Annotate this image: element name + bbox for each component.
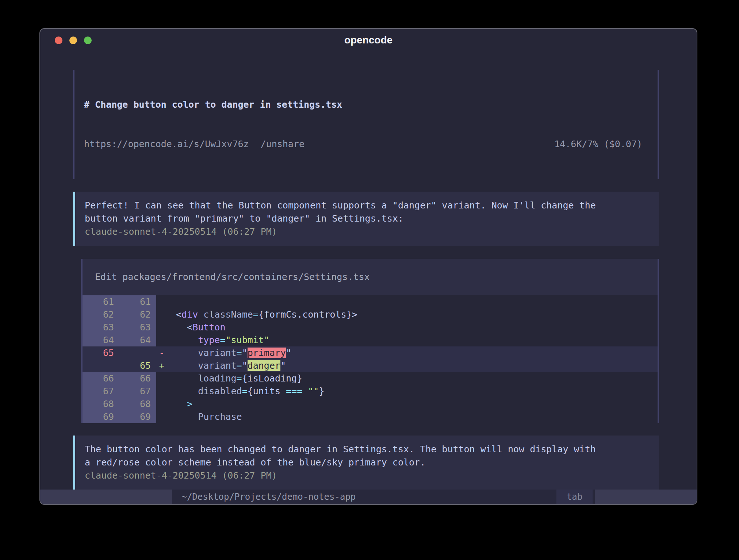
new-line-number: 68 [119, 398, 156, 410]
new-line-number: 64 [119, 334, 156, 346]
diff-marker [156, 295, 167, 308]
new-line-number: 62 [119, 308, 156, 321]
diff-row: 6161 [83, 295, 658, 308]
diff-row: 65- variant="primary" [83, 346, 658, 359]
diff-marker [156, 321, 167, 334]
code-line: variant="danger" [167, 359, 658, 372]
close-button[interactable] [55, 37, 62, 44]
code-line: > [167, 398, 658, 410]
app-window: opencode # Change button color to danger… [39, 28, 697, 505]
prompt-symbol: > [85, 505, 91, 505]
message-line: button variant from "primary" to "danger… [85, 212, 650, 225]
diff-row: 6868 > [83, 398, 658, 410]
tab-key-hint: tab [556, 490, 593, 504]
app-version-chip: opencodev0.3.11 [40, 490, 172, 504]
new-line-number: 69 [119, 410, 156, 423]
minimize-button[interactable] [69, 37, 77, 44]
status-bar: opencodev0.3.11 ~/Desktop/Projects/demo-… [40, 490, 697, 504]
code-line: Purchase [167, 410, 658, 423]
assistant-message: The button color has been changed to dan… [73, 436, 659, 490]
message-line: The button color has been changed to dan… [85, 443, 650, 456]
old-line-number: 62 [83, 308, 119, 321]
code-line: type="submit" [167, 334, 658, 346]
new-line-number: 67 [119, 385, 156, 398]
old-line-number: 61 [83, 295, 119, 308]
old-line-number: 66 [83, 372, 119, 385]
diff-marker [156, 308, 167, 321]
diff: 61616262<div className={formCs.controls}… [83, 295, 658, 423]
diff-marker [156, 385, 167, 398]
diff-row: 65+ variant="danger" [83, 359, 658, 372]
new-line-number: 66 [119, 372, 156, 385]
unshare-command[interactable]: /unshare [261, 138, 305, 151]
old-line-number: 65 [83, 346, 119, 359]
code-line: loading={isLoading} [167, 372, 658, 385]
code-line: variant="primary" [167, 346, 658, 359]
diff-marker [156, 398, 167, 410]
diff-row: 6767 disabled={units === ""} [83, 385, 658, 398]
session-header: # Change button color to danger in setti… [73, 70, 659, 179]
diff-marker: - [156, 346, 167, 359]
token-usage: 14.6K/7% ($0.07) [554, 138, 642, 151]
diff-marker: + [156, 359, 167, 372]
message-meta: claude-sonnet-4-20250514 (06:27 PM) [85, 225, 650, 238]
session-meta-row: https://opencode.ai/s/UwJxv76z /unshare … [84, 138, 648, 151]
diff-marker [156, 410, 167, 423]
old-line-number: 68 [83, 398, 119, 410]
old-line-number: 64 [83, 334, 119, 346]
new-line-number [119, 346, 156, 359]
code-line: <Button [167, 321, 658, 334]
code-line: disabled={units === ""} [167, 385, 658, 398]
assistant-message: Perfect! I can see that the Button compo… [73, 192, 659, 246]
message-meta: claude-sonnet-4-20250514 (06:27 PM) [85, 469, 650, 482]
diff-row: 6363 <Button [83, 321, 658, 334]
old-line-number: 69 [83, 410, 119, 423]
new-line-number: 61 [119, 295, 156, 308]
old-line-number [83, 359, 119, 372]
new-line-number: 63 [119, 321, 156, 334]
diff-marker [156, 372, 167, 385]
old-line-number: 63 [83, 321, 119, 334]
mode-chip: BUILDMODE [595, 490, 697, 504]
diff-row: 6464 type="submit" [83, 334, 658, 346]
diff-row: 6969 Purchase [83, 410, 658, 423]
message-line: a red/rose color scheme instead of the b… [85, 456, 650, 469]
message-line: Perfect! I can see that the Button compo… [85, 199, 650, 212]
diff-row: 6262<div className={formCs.controls}> [83, 308, 658, 321]
diff-row: 6666 loading={isLoading} [83, 372, 658, 385]
session-content: # Change button color to danger in setti… [40, 51, 697, 490]
share-url[interactable]: https://opencode.ai/s/UwJxv76z [84, 138, 249, 151]
window-title: opencode [344, 34, 393, 46]
edit-tool-title: Edit packages/frontend/src/containers/Se… [83, 259, 658, 295]
titlebar: opencode [40, 29, 697, 51]
traffic-lights [55, 29, 92, 51]
diff-marker [156, 334, 167, 346]
code-line [167, 295, 658, 308]
working-directory: ~/Desktop/Projects/demo-notes-app [181, 490, 356, 504]
new-line-number: 65 [119, 359, 156, 372]
session-title: # Change button color to danger in setti… [84, 98, 648, 111]
old-line-number: 67 [83, 385, 119, 398]
edit-tool-block: Edit packages/frontend/src/containers/Se… [81, 259, 659, 423]
code-line: <div className={formCs.controls}> [167, 308, 658, 321]
zoom-button[interactable] [84, 37, 92, 44]
